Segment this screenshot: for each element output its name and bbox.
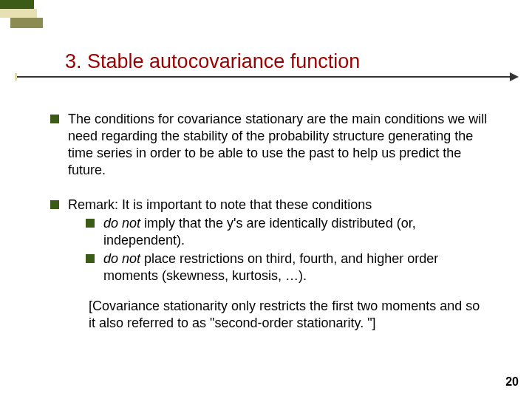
square-bullet-icon [86,254,95,263]
bullet-item: The conditions for covariance stationary… [50,111,488,179]
sub-bullet-item: do not place restrictions on third, four… [86,250,488,284]
emphasis-text: do not [103,251,140,266]
bullet-text: place restrictions on third, fourth, and… [103,251,438,283]
arrow-right-icon [510,72,519,81]
emphasis-text: do not [103,216,140,231]
note-text: [Covariance stationarity only restricts … [89,298,488,332]
square-bullet-icon [86,219,95,228]
slide: 3. Stable autocovariance function The co… [0,0,532,399]
page-number: 20 [505,375,519,389]
bullet-text: Remark: It is important to note that the… [68,197,372,212]
title-area: 3. Stable autocovariance function [65,50,502,81]
content-area: The conditions for covariance stationary… [50,111,488,349]
sub-bullet-item: do not imply that the y's are identicall… [86,215,488,249]
bullet-text: The conditions for covariance stationary… [68,112,487,177]
corner-decoration [0,0,44,30]
square-bullet-icon [50,115,59,123]
square-bullet-icon [50,200,59,209]
bullet-item: Remark: It is important to note that the… [50,197,488,332]
slide-title: 3. Stable autocovariance function [65,50,502,73]
bullet-text: imply that the y's are identically distr… [103,216,416,248]
title-underline [15,76,517,81]
